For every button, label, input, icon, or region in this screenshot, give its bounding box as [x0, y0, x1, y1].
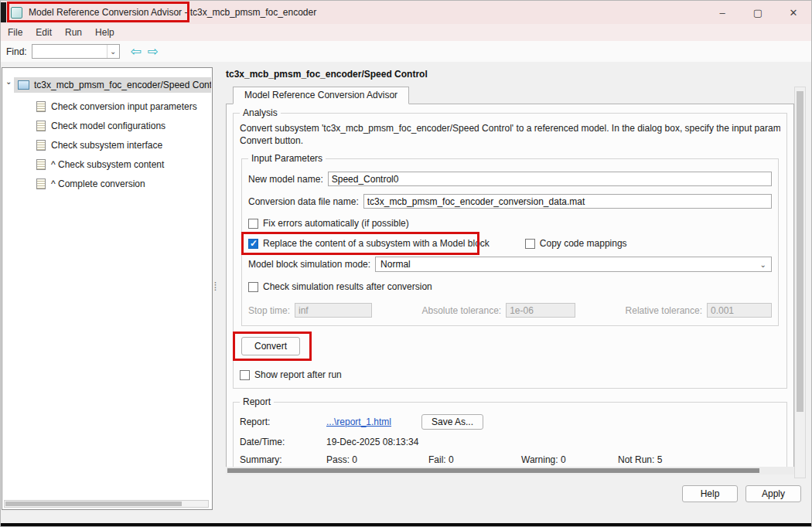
input-parameters-group-label: Input Parameters [248, 153, 326, 164]
save-as-button[interactable]: Save As... [421, 414, 483, 430]
summary-not-run: Not Run: 5 [618, 454, 662, 465]
window-title: Model Reference Conversion Advisor - tc3… [29, 7, 316, 18]
help-button[interactable]: Help [682, 485, 738, 502]
tree-item-check-model-configurations[interactable]: Check model configurations [36, 118, 165, 134]
relative-tolerance-label: Relative tolerance: [626, 305, 702, 316]
menu-help[interactable]: Help [95, 27, 114, 38]
report-link[interactable]: ...\report_1.html [326, 416, 391, 427]
check-sim-results-checkbox[interactable] [248, 282, 258, 292]
maximize-button[interactable]: ▢ [740, 1, 776, 24]
find-combobox[interactable]: ⌄ [32, 44, 120, 59]
stop-time-field [295, 303, 372, 318]
stop-time-group: Stop time: [248, 303, 372, 318]
menu-run[interactable]: Run [65, 27, 82, 38]
copy-code-mappings-checkbox[interactable] [525, 239, 535, 249]
advisor-tab-content: Analysis Convert subsystem 'tc3x_mcb_pms… [226, 104, 794, 473]
tree-expander-icon[interactable]: ⌄ [5, 78, 12, 86]
tree-item-label: Check model configurations [51, 121, 165, 131]
minimize-button[interactable]: – [705, 1, 740, 24]
replace-content-checkbox[interactable] [248, 239, 258, 249]
menubar: File Edit Run Help [1, 24, 811, 41]
tree-item-check-subsystem-interface[interactable]: Check subsystem interface [36, 138, 162, 153]
check-sim-results-label: Check simulation results after conversio… [263, 281, 432, 292]
find-previous-button[interactable]: ⇦ [128, 43, 145, 60]
report-label: Report: [240, 416, 326, 427]
summary-label: Summary: [240, 454, 326, 465]
input-parameters-group: Input Parameters New model name: Convers… [241, 153, 779, 326]
description-line-2: Convert button. [240, 134, 780, 147]
convert-button[interactable]: Convert [241, 337, 300, 355]
content-horizontal-scrollbar-thumb[interactable] [227, 468, 759, 473]
check-report-icon [36, 159, 46, 170]
find-label: Find: [6, 46, 27, 57]
splitter-handle-icon: ⁞ [214, 280, 217, 293]
arrow-left-icon: ⇦ [131, 43, 142, 60]
findbar: Find: ⌄ ⇦ ⇨ [1, 41, 811, 62]
conversion-data-file-field[interactable] [363, 194, 772, 209]
tree-root-item[interactable]: tc3x_mcb_pmsm_foc_encoder/Speed Control [14, 77, 211, 93]
tree-item-check-conversion-input-parameters[interactable]: Check conversion input parameters [36, 99, 197, 114]
app-icon [11, 7, 22, 19]
window-controls: – ▢ ✕ [705, 1, 811, 24]
summary-pass: Pass: 0 [326, 454, 428, 465]
show-report-label: Show report after run [254, 369, 342, 380]
fix-errors-label: Fix errors automatically (if possible) [263, 218, 409, 229]
tree-item-check-subsystem-content[interactable]: ^ Check subsystem content [36, 157, 164, 172]
footer-buttons: Help Apply [682, 485, 801, 502]
report-group-label: Report [240, 396, 274, 407]
report-group: Report Report: ...\report_1.html Save As… [233, 396, 787, 473]
replace-content-group: Replace the content of a subsystem with … [248, 238, 490, 249]
panel-splitter[interactable]: ⁞ [213, 61, 217, 511]
new-model-name-field[interactable] [328, 172, 772, 186]
check-report-icon [36, 140, 46, 151]
tab-model-reference-conversion-advisor[interactable]: Model Reference Conversion Advisor [233, 87, 409, 104]
show-report-checkbox[interactable] [240, 370, 250, 380]
relative-tolerance-field [707, 303, 772, 318]
replace-content-label: Replace the content of a subsystem with … [263, 238, 490, 249]
chevron-down-icon[interactable]: ⌄ [107, 45, 119, 58]
conversion-data-file-label: Conversion data file name: [248, 196, 359, 207]
check-report-icon [36, 121, 46, 131]
content-horizontal-scrollbar[interactable] [226, 467, 794, 474]
relative-tolerance-group: Relative tolerance: [626, 303, 772, 318]
menu-file[interactable]: File [8, 27, 22, 38]
sim-mode-label: Model block simulation mode: [248, 259, 370, 270]
content-vertical-scrollbar-thumb[interactable] [797, 91, 803, 412]
tree-item-complete-conversion[interactable]: ^ Complete conversion [36, 176, 145, 192]
new-model-name-label: New model name: [248, 174, 323, 185]
model-icon [18, 80, 29, 90]
check-tree-panel: ⌄ tc3x_mcb_pmsm_foc_encoder/Speed Contro… [2, 67, 213, 510]
tree-horizontal-scrollbar[interactable] [4, 500, 209, 508]
page-title: tc3x_mcb_pmsm_foc_encoder/Speed Control [226, 69, 428, 80]
analysis-group: Analysis Convert subsystem 'tc3x_mcb_pms… [233, 107, 787, 389]
advisor-window: Model Reference Conversion Advisor - tc3… [0, 0, 812, 527]
tree-item-label: ^ Check subsystem content [51, 159, 164, 170]
chevron-down-icon: ⌄ [760, 260, 766, 269]
copy-code-mappings-group: Copy code mappings [525, 238, 627, 249]
analysis-group-label: Analysis [240, 107, 281, 118]
content-vertical-scrollbar[interactable] [794, 87, 806, 478]
check-report-icon [36, 101, 46, 112]
description-line-1: Convert subsystem 'tc3x_mcb_pmsm_foc_enc… [240, 122, 780, 134]
close-button[interactable]: ✕ [776, 1, 811, 24]
absolute-tolerance-field [506, 303, 575, 318]
tree-item-label: Check subsystem interface [51, 140, 162, 151]
sim-mode-dropdown[interactable]: Normal ⌄ [375, 257, 772, 272]
find-next-button[interactable]: ⇨ [145, 43, 162, 60]
screen-edge-artifact-bottom [1, 523, 811, 527]
check-report-icon [36, 178, 46, 189]
stop-time-label: Stop time: [248, 305, 290, 316]
summary-fail: Fail: 0 [428, 454, 521, 465]
summary-warning: Warning: 0 [521, 454, 618, 465]
convert-button-wrap: Convert [241, 337, 300, 355]
tree-horizontal-scrollbar-thumb[interactable] [5, 502, 182, 506]
tree-root-label: tc3x_mcb_pmsm_foc_encoder/Speed Control [34, 80, 211, 90]
titlebar: Model Reference Conversion Advisor - tc3… [1, 1, 811, 24]
fix-errors-checkbox[interactable] [248, 219, 258, 229]
analysis-description: Convert subsystem 'tc3x_mcb_pmsm_foc_enc… [240, 122, 780, 147]
tree-item-label: ^ Complete conversion [51, 178, 145, 189]
menu-edit[interactable]: Edit [36, 27, 52, 38]
find-input[interactable] [32, 46, 107, 57]
apply-button[interactable]: Apply [745, 485, 801, 502]
tree-item-label: Check conversion input parameters [51, 101, 197, 112]
